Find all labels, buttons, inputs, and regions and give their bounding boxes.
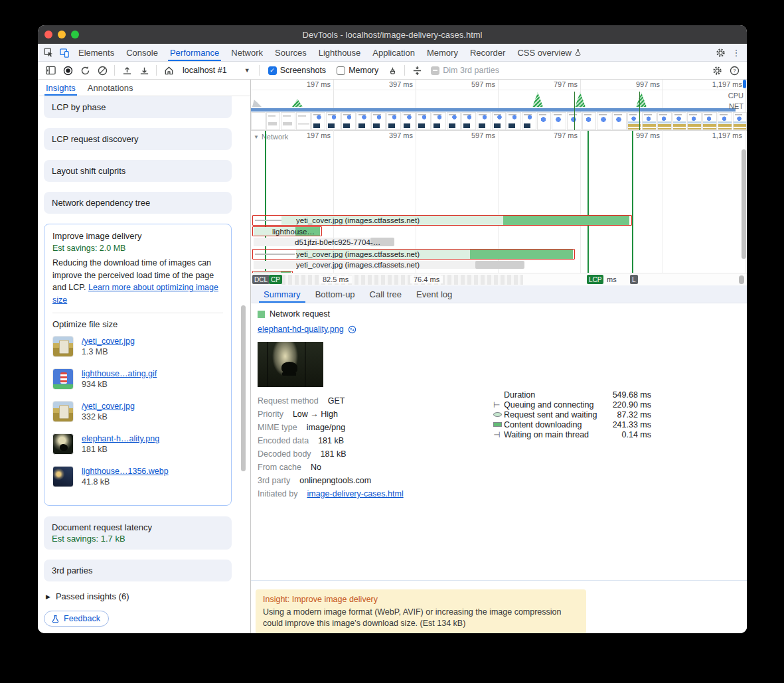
network-request-row[interactable]: d51jfzi-b0efc925-7704-… [251, 237, 747, 247]
filmstrip-frame[interactable] [642, 112, 657, 130]
network-request-row[interactable]: yeti_cover.jpg (images.ctfassets.net) [251, 215, 747, 226]
filmstrip-frame[interactable] [402, 112, 416, 130]
filmstrip-frame[interactable] [296, 112, 311, 130]
file-link[interactable]: /yeti_cover.jpg [82, 337, 135, 346]
tab-bottom-up[interactable]: Bottom-up [308, 285, 362, 303]
memory-checkbox[interactable]: Memory [337, 66, 378, 75]
tab-insights[interactable]: Insights [46, 80, 76, 96]
device-toolbar-icon[interactable] [57, 46, 72, 59]
insight-card-document-request-latency[interactable]: Document request latency Est savings: 1.… [44, 516, 232, 550]
filmstrip-frame[interactable] [492, 112, 507, 130]
filmstrip-frame[interactable] [461, 112, 476, 130]
filmstrip-frame[interactable] [597, 112, 611, 130]
filmstrip-frame[interactable] [447, 112, 461, 130]
dcl-marker-badge[interactable]: DCL [252, 275, 270, 284]
tab-application[interactable]: Application [366, 44, 421, 61]
tab-css-overview[interactable]: CSS overview [511, 44, 588, 61]
filmstrip-frame[interactable] [386, 112, 401, 130]
tab-call-tree[interactable]: Call tree [362, 285, 409, 303]
filmstrip-frame[interactable] [733, 112, 747, 130]
filmstrip-frame[interactable] [522, 112, 536, 130]
insight-card-layout-shift-culprits[interactable]: Layout shift culprits [44, 160, 232, 182]
tab-network[interactable]: Network [225, 44, 269, 61]
passed-insights-toggle[interactable]: ▶ Passed insights (6) [46, 591, 250, 601]
filmstrip-frame[interactable] [552, 112, 566, 130]
filmstrip-frame[interactable] [326, 112, 341, 130]
upload-profile-icon[interactable] [119, 63, 135, 78]
filmstrip-frame[interactable] [251, 112, 266, 130]
filmstrip-frame[interactable] [702, 112, 717, 130]
filmstrip-frame[interactable] [356, 112, 371, 130]
tab-memory[interactable]: Memory [421, 44, 464, 61]
tab-lighthouse[interactable]: Lighthouse [313, 44, 367, 61]
help-icon[interactable]: ? [726, 63, 742, 78]
filmstrip-frame[interactable] [537, 112, 552, 130]
filmstrip-frame[interactable] [718, 112, 732, 130]
initiator-link[interactable]: image-delivery-cases.html [307, 489, 403, 498]
l-marker-badge[interactable]: L [630, 275, 638, 284]
record-icon[interactable] [60, 63, 76, 78]
sidebar-scrollbar[interactable] [241, 305, 246, 471]
filmstrip-frame[interactable] [657, 112, 672, 130]
filmstrip-frame[interactable] [687, 112, 702, 130]
insight-card-improve-image-delivery[interactable]: Improve image delivery Est savings: 2.0 … [44, 224, 232, 506]
settings-gear-icon[interactable] [713, 46, 728, 59]
timings-marker-row[interactable]: DCL CP 82.5 ms 76.4 ms LCP ms L [251, 273, 747, 285]
insight-card-lcp-request-discovery[interactable]: LCP request discovery [44, 128, 232, 150]
inspect-element-icon[interactable] [41, 46, 56, 59]
zoom-window-button[interactable] [71, 31, 79, 38]
request-url-link[interactable]: elephant-hd-quality.png [258, 325, 344, 334]
filmstrip-frame[interactable] [431, 112, 446, 130]
filmstrip-frame[interactable] [477, 112, 491, 130]
track-scrollbar[interactable] [742, 149, 746, 259]
filmstrip-frame[interactable] [371, 112, 386, 130]
tab-annotations[interactable]: Annotations [88, 80, 133, 96]
tab-elements[interactable]: Elements [72, 44, 120, 61]
home-icon[interactable] [161, 63, 177, 78]
history-dropdown[interactable]: localhost #1 ▼ [177, 66, 256, 75]
insight-card-network-dependency-tree[interactable]: Network dependency tree [44, 192, 232, 214]
reload-record-icon[interactable] [77, 63, 93, 78]
toggle-sidebar-icon[interactable] [42, 63, 58, 78]
filmstrip-frame[interactable] [612, 112, 627, 130]
network-request-row[interactable]: yeti_cover.jpg (images.ctfassets.net) [251, 260, 747, 269]
more-options-kebab-icon[interactable]: ⋮ [729, 46, 744, 59]
network-request-row[interactable]: yeti_cover.jpg (images.ctfassets.net) [251, 249, 747, 260]
filmstrip-frame[interactable] [281, 112, 295, 130]
download-profile-icon[interactable] [136, 63, 152, 78]
filmstrip-frame[interactable] [582, 112, 597, 130]
minimize-window-button[interactable] [58, 31, 66, 38]
marker-scroll-thumb[interactable] [739, 275, 744, 284]
collapse-tracks-icon[interactable] [409, 63, 425, 78]
filmstrip-frame[interactable] [507, 112, 521, 130]
filmstrip-frame[interactable] [266, 112, 281, 130]
tab-summary[interactable]: Summary [256, 285, 308, 303]
lcp-marker-badge[interactable]: LCP [587, 275, 603, 284]
file-link[interactable]: lighthouse…ating.gif [82, 369, 157, 378]
network-track[interactable]: 197 ms397 ms597 ms797 ms997 ms1,197 ms ▼… [251, 131, 747, 273]
clear-icon[interactable] [94, 63, 110, 78]
file-link[interactable]: elephant-h…ality.png [82, 434, 159, 443]
tab-event-log[interactable]: Event log [409, 285, 459, 303]
feedback-button[interactable]: Feedback [44, 611, 109, 627]
network-track-header[interactable]: ▼ Network [254, 133, 288, 141]
filmstrip-frame[interactable] [311, 112, 326, 130]
filmstrip-frame[interactable] [416, 112, 431, 130]
filmstrip-frame[interactable] [341, 112, 356, 130]
close-window-button[interactable] [44, 31, 52, 38]
filmstrip-frame[interactable] [672, 112, 687, 130]
insight-card-3rd-parties[interactable]: 3rd parties [44, 560, 232, 581]
tab-sources[interactable]: Sources [269, 44, 313, 61]
screenshot-filmstrip[interactable] [251, 112, 747, 130]
fcp-marker-badge[interactable]: CP [269, 275, 282, 284]
tab-performance[interactable]: Performance [164, 44, 225, 61]
reveal-in-network-icon[interactable] [348, 325, 356, 334]
capture-settings-gear-icon[interactable] [709, 63, 725, 78]
file-link[interactable]: lighthouse…1356.webp [82, 467, 169, 476]
screenshots-checkbox[interactable]: ✓ Screenshots [268, 66, 326, 75]
network-request-row[interactable]: lighthouse… [251, 226, 747, 236]
file-link[interactable]: /yeti_cover.jpg [82, 402, 135, 411]
tab-recorder[interactable]: Recorder [464, 44, 511, 61]
tab-console[interactable]: Console [120, 44, 164, 61]
timeline-overview[interactable]: 197 ms397 ms597 ms797 ms997 ms1,197 ms C… [251, 80, 747, 131]
